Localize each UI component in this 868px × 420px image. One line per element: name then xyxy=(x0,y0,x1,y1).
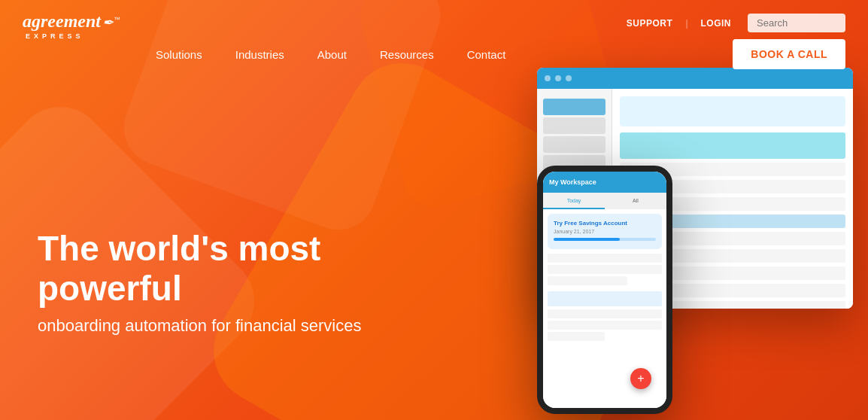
app-mockup-area: My Workspace Today All Try Free Savings … xyxy=(514,68,853,414)
mobile-content: Try Free Savings Account January 21, 201… xyxy=(543,209,666,348)
mobile-fab-button[interactable]: + xyxy=(630,368,651,389)
mobile-row-3 xyxy=(548,276,627,285)
mobile-row-7 xyxy=(548,332,605,341)
hero-title: The world's most powerful xyxy=(38,229,451,309)
mobile-progress-fill xyxy=(554,238,620,241)
header-nav-bar: Solutions Industries About Resources Con… xyxy=(139,39,845,69)
nav-item-contact[interactable]: Contact xyxy=(451,41,523,68)
hero-title-line1: The world's most powerful xyxy=(38,229,320,308)
mobile-progress-bar xyxy=(554,238,656,241)
login-link[interactable]: LOGIN xyxy=(692,18,741,29)
nav-item-resources[interactable]: Resources xyxy=(363,41,451,68)
mobile-card-title: Try Free Savings Account xyxy=(554,220,656,227)
support-link[interactable]: SUPPORT xyxy=(618,18,682,29)
nav-item-solutions[interactable]: Solutions xyxy=(139,41,219,68)
hero-content: The world's most powerful onboarding aut… xyxy=(38,229,451,337)
dot-3 xyxy=(566,75,572,81)
divider: | xyxy=(685,18,687,29)
hero-subtitle: onboarding automation for financial serv… xyxy=(38,315,451,337)
logo-tm: ™ xyxy=(114,16,120,23)
logo-mark-icon: ✒™ xyxy=(102,14,120,31)
mobile-row-6 xyxy=(548,321,662,330)
logo[interactable]: agreement ✒™ EXPRESS xyxy=(23,11,120,40)
header-top-bar: SUPPORT | LOGIN xyxy=(618,14,845,32)
mobile-header-bar: My Workspace xyxy=(543,172,666,193)
content-header xyxy=(620,96,845,126)
sidebar-item-2 xyxy=(543,117,605,134)
desktop-mockup-header xyxy=(537,68,853,89)
search-input[interactable] xyxy=(748,14,845,32)
mobile-header-text: My Workspace xyxy=(549,178,596,186)
mobile-tab-1: Today xyxy=(543,193,605,209)
nav-item-industries[interactable]: Industries xyxy=(219,41,301,68)
mobile-card-1: Try Free Savings Account January 21, 201… xyxy=(548,214,662,249)
mobile-card-sub: January 21, 2017 xyxy=(554,229,656,234)
book-call-button[interactable]: BOOK A CALL xyxy=(733,39,845,69)
logo-main: agreement ✒™ xyxy=(23,11,120,32)
mobile-section-2 xyxy=(548,291,662,306)
content-row-1 xyxy=(620,132,845,159)
mobile-row-4 xyxy=(548,291,662,306)
sidebar-item-3 xyxy=(543,136,605,153)
mobile-row-2 xyxy=(548,265,662,274)
mobile-nav: Today All xyxy=(543,193,666,209)
mobile-tab-2: All xyxy=(605,193,666,209)
nav-item-about[interactable]: About xyxy=(301,41,363,68)
dot-2 xyxy=(555,75,561,81)
mobile-row-5 xyxy=(548,309,662,318)
mobile-mockup: My Workspace Today All Try Free Savings … xyxy=(537,166,672,414)
mobile-screen: My Workspace Today All Try Free Savings … xyxy=(543,172,666,408)
logo-agreement-text: agreement xyxy=(23,11,101,32)
sidebar-item-1 xyxy=(543,99,605,115)
hero-section: agreement ✒™ EXPRESS SUPPORT | LOGIN Sol… xyxy=(0,0,868,420)
mobile-row-1 xyxy=(548,254,662,263)
nav-links: Solutions Industries About Resources Con… xyxy=(139,41,725,68)
logo-express-text: EXPRESS xyxy=(23,32,120,40)
dot-1 xyxy=(545,75,551,81)
